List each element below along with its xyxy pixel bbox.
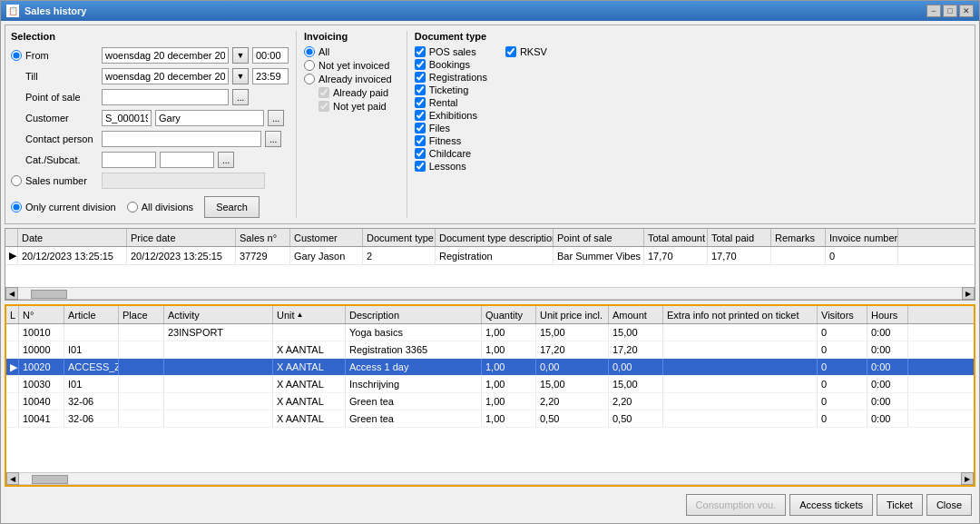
pos-input[interactable]: [102, 89, 229, 105]
detail-row[interactable]: ▶10020ACCESS_ZZX AANTALAccess 1 day1,000…: [6, 359, 974, 376]
detail-scroll-left[interactable]: ◀: [6, 472, 19, 485]
doctype-ticketing-checkbox[interactable]: [415, 84, 426, 95]
window-icon: 📋: [6, 5, 19, 17]
close-button-bottom[interactable]: Close: [926, 494, 972, 516]
dth-qty[interactable]: Quantity: [482, 306, 536, 323]
doctype-rksv-checkbox[interactable]: [505, 46, 516, 57]
th-salesno[interactable]: Sales n°: [236, 229, 290, 246]
customer-name-input[interactable]: [155, 110, 264, 126]
row-expand-arrow[interactable]: ▶: [5, 247, 18, 264]
doctype-group: Document type POS sales Bookings: [407, 31, 554, 218]
detail-cell: X AANTAL: [273, 376, 346, 392]
minimize-button[interactable]: −: [926, 5, 941, 17]
close-button[interactable]: ✕: [959, 5, 974, 17]
dth-amount[interactable]: Amount: [609, 306, 663, 323]
doctype-files-checkbox[interactable]: [415, 123, 426, 133]
consumption-vou-button[interactable]: Consumption vou.: [686, 494, 787, 516]
ticket-button[interactable]: Ticket: [877, 494, 923, 516]
dth-desc[interactable]: Description: [346, 306, 482, 323]
doctype-registrations-checkbox[interactable]: [415, 72, 426, 83]
cat-input[interactable]: [102, 152, 156, 168]
only-current-radio-row: Only current division: [11, 202, 116, 213]
dth-extra[interactable]: Extra info not printed on ticket: [663, 306, 818, 323]
detail-scrollbar-thumb[interactable]: [32, 475, 68, 484]
till-date-picker[interactable]: ▼: [232, 68, 249, 84]
doctype-fitness-checkbox[interactable]: [415, 135, 426, 146]
doctype-pos-checkbox[interactable]: [415, 46, 426, 57]
table-row[interactable]: ▶ 20/12/2023 13:25:15 20/12/2023 13:25:1…: [5, 247, 975, 265]
detail-cell: 1,00: [482, 376, 536, 392]
till-date-input[interactable]: [102, 68, 229, 84]
invoice-already-radio[interactable]: [304, 74, 315, 84]
search-button[interactable]: Search: [204, 196, 260, 218]
td-customer: Gary Jason: [290, 247, 363, 264]
all-divisions-radio[interactable]: [127, 202, 138, 213]
scroll-left-button[interactable]: ◀: [5, 287, 18, 300]
detail-row[interactable]: 10030I01X AANTALInschrijving1,0015,0015,…: [6, 376, 974, 393]
th-customer[interactable]: Customer: [290, 229, 363, 246]
salesnum-radio[interactable]: [11, 175, 22, 186]
already-paid-checkbox[interactable]: [318, 87, 329, 98]
only-current-radio[interactable]: [11, 202, 22, 213]
doctype-lessons-checkbox[interactable]: [415, 161, 426, 172]
detail-row[interactable]: 10000I01X AANTALRegistration 33651,0017,…: [6, 341, 974, 359]
notyet-paid-checkbox[interactable]: [318, 101, 329, 112]
customer-browse-button[interactable]: ...: [268, 110, 284, 126]
cat-row: Cat./Subcat. ...: [11, 151, 289, 169]
td-date: 20/12/2023 13:25:15: [18, 247, 127, 264]
scrollbar-thumb[interactable]: [31, 290, 67, 299]
dth-place[interactable]: Place: [119, 306, 164, 323]
pos-browse-button[interactable]: ...: [232, 89, 249, 105]
subcat-input[interactable]: [160, 152, 214, 168]
till-time-input[interactable]: [252, 68, 289, 84]
doctype-childcare-checkbox[interactable]: [415, 148, 426, 159]
from-date-picker[interactable]: ▼: [232, 47, 249, 64]
dth-visitors[interactable]: Visitors: [818, 306, 867, 323]
detail-cell: 10041: [19, 410, 64, 427]
doctype-pos: POS sales: [415, 46, 487, 57]
invoice-notyet-radio[interactable]: [304, 60, 315, 71]
th-remarks[interactable]: Remarks: [771, 229, 826, 246]
th-invoice[interactable]: Invoice number: [826, 229, 898, 246]
detail-row[interactable]: 1001023INSPORTYoga basics1,0015,0015,000…: [6, 324, 974, 341]
contact-input[interactable]: [102, 131, 261, 147]
contact-browse-button[interactable]: ...: [265, 131, 281, 147]
th-date[interactable]: Date: [18, 229, 127, 246]
salesnum-input[interactable]: [102, 173, 265, 189]
main-scrollbar: ◀ ▶: [5, 287, 975, 300]
scroll-right-button[interactable]: ▶: [962, 287, 975, 300]
access-tickets-button[interactable]: Access tickets: [789, 494, 873, 516]
th-pos[interactable]: Point of sale: [554, 229, 644, 246]
detail-scroll-right[interactable]: ▶: [961, 472, 974, 485]
doctype-exhibitions-checkbox[interactable]: [415, 110, 426, 121]
from-radio[interactable]: [11, 50, 22, 61]
th-totalpaid[interactable]: Total paid: [708, 229, 771, 246]
customer-id-input[interactable]: [102, 110, 152, 126]
dth-article[interactable]: Article: [64, 306, 119, 323]
doctype-rental-checkbox[interactable]: [415, 97, 426, 108]
cat-browse-button[interactable]: ...: [218, 152, 234, 168]
sort-arrow-unit: ▲: [297, 311, 304, 319]
invoice-all-radio[interactable]: [304, 46, 315, 57]
dth-unit[interactable]: Unit ▲: [273, 306, 346, 323]
th-doctype[interactable]: Document type: [363, 229, 436, 246]
detail-row[interactable]: 1004032-06X AANTALGreen tea1,002,202,200…: [6, 393, 974, 410]
from-time-input[interactable]: [252, 47, 289, 64]
th-doctypedesc[interactable]: Document type description ▲: [436, 229, 554, 246]
doctype-bookings-checkbox[interactable]: [415, 59, 426, 70]
detail-cell: 32-06: [64, 410, 119, 427]
dth-activity[interactable]: Activity: [164, 306, 273, 323]
from-date-input[interactable]: [102, 47, 229, 64]
detail-cell: 15,00: [536, 324, 609, 341]
restore-button[interactable]: □: [943, 5, 957, 17]
dth-no[interactable]: N°: [19, 306, 64, 323]
detail-row[interactable]: 1004132-06X AANTALGreen tea1,000,500,500…: [6, 410, 974, 428]
th-total[interactable]: Total amount: [644, 229, 708, 246]
division-row: Only current division All divisions Sear…: [11, 196, 289, 218]
detail-cell: [119, 410, 164, 427]
dth-hours[interactable]: Hours: [867, 306, 908, 323]
dth-unitprice[interactable]: Unit price incl.: [536, 306, 609, 323]
from-row: From ▼: [11, 46, 289, 64]
th-pricedate[interactable]: Price date: [127, 229, 236, 246]
detail-cell: 0: [818, 341, 867, 358]
